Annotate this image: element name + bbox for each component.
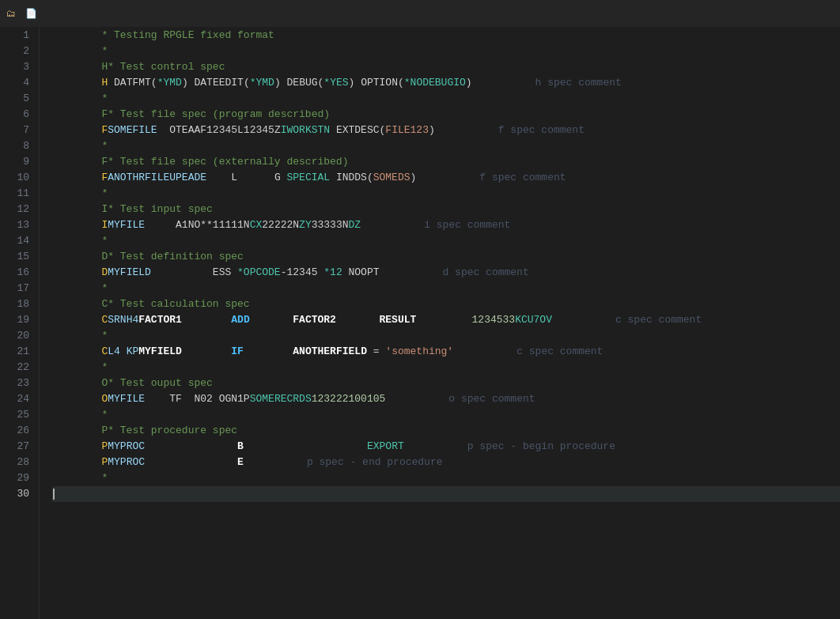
code-line: * [52, 91, 840, 107]
line-number: 17 [6, 281, 29, 296]
code-line: DMYFIELD ESS *OPCODE-12345 *12 NOOPTd sp… [52, 265, 840, 281]
code-line: OMYFILE TF N02 OGN1PSOMERECRDS1232221001… [52, 391, 840, 407]
line-number: 13 [6, 217, 29, 233]
line-number: 6 [6, 107, 29, 123]
line-number: 8 [6, 138, 29, 154]
line-number: 9 [6, 154, 29, 170]
line-number: 27 [6, 439, 29, 455]
line-number: 3 [6, 59, 29, 75]
code-line [52, 486, 840, 502]
line-number: 25 [6, 407, 29, 423]
code-line: O* Test ouput spec [52, 376, 840, 391]
code-line: CSRNH4FACTOR1 ADD FACTOR2 RESULT 1234533… [52, 312, 840, 328]
tab-bar: 🗂 📄 [0, 0, 840, 28]
line-number: 16 [6, 265, 29, 281]
code-line: PMYPROC Ep spec - end procedure [52, 455, 840, 470]
line-number: 10 [6, 170, 29, 186]
line-number: 12 [6, 202, 29, 217]
line-number: 20 [6, 328, 29, 344]
code-line: C* Test calculation spec [52, 296, 840, 312]
line-number: 14 [6, 233, 29, 249]
code-line: * [52, 233, 840, 249]
code-line: * [52, 138, 840, 154]
line-number: 15 [6, 249, 29, 265]
code-line: CL4 KPMYFIELD IF ANOTHERFIELD = 'somethi… [52, 344, 840, 360]
line-number: 21 [6, 344, 29, 360]
code-line: * [52, 43, 840, 59]
line-number: 1 [6, 28, 29, 43]
line-number: 28 [6, 455, 29, 470]
code-area[interactable]: * Testing RPGLE fixed format * H* Test c… [40, 28, 840, 619]
code-line: * [52, 360, 840, 376]
line-number: 2 [6, 43, 29, 59]
line-number: 7 [6, 123, 29, 138]
editor[interactable]: 1234567891011121314151617181920212223242… [0, 28, 840, 619]
code-line: H* Test control spec [52, 59, 840, 75]
code-line: FSOMEFILE OTEAAF12345L12345ZIWORKSTN EXT… [52, 123, 840, 138]
code-line: * Testing RPGLE fixed format [52, 28, 840, 43]
line-number: 19 [6, 312, 29, 328]
line-number: 23 [6, 376, 29, 391]
line-number: 22 [6, 360, 29, 376]
line-number: 26 [6, 423, 29, 439]
breadcrumb-file: 📄 [25, 8, 40, 20]
breadcrumb: 🗂 📄 [6, 8, 40, 20]
code-line: D* Test definition spec [52, 249, 840, 265]
code-line: * [52, 470, 840, 486]
folder-icon: 🗂 [6, 8, 16, 20]
code-line: I* Test input spec [52, 202, 840, 217]
line-number: 11 [6, 186, 29, 202]
line-number: 24 [6, 391, 29, 407]
code-line: * [52, 328, 840, 344]
code-line: * [52, 281, 840, 296]
code-line: F* Test file spec (externally described) [52, 154, 840, 170]
line-number: 30 [6, 486, 29, 502]
line-number: 18 [6, 296, 29, 312]
line-number: 5 [6, 91, 29, 107]
code-line: P* Test procedure spec [52, 423, 840, 439]
file-icon: 📄 [25, 8, 37, 20]
code-line: F* Test file spec (program described) [52, 107, 840, 123]
code-line: IMYFILE A1NO**11111NCX22222NZY33333NDZi … [52, 217, 840, 233]
line-number: 4 [6, 75, 29, 91]
code-line: FANOTHRFILEUPEADE L G SPECIAL INDDS(SOME… [52, 170, 840, 186]
code-line: * [52, 186, 840, 202]
line-numbers: 1234567891011121314151617181920212223242… [0, 28, 40, 619]
code-line: * [52, 407, 840, 423]
code-line: H DATFMT(*YMD) DATEEDIT(*YMD) DEBUG(*YES… [52, 75, 840, 91]
code-line: PMYPROC B EXPORTp spec - begin procedure [52, 439, 840, 455]
line-number: 29 [6, 470, 29, 486]
